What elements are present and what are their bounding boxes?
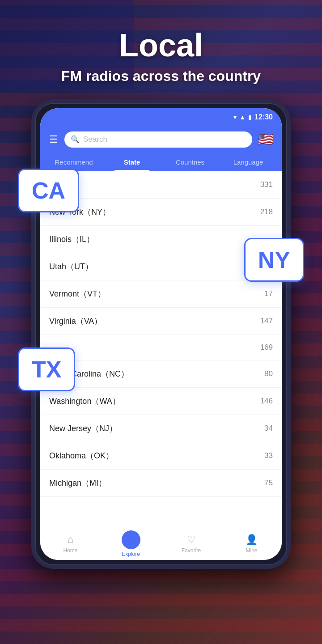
list-item[interactable]: Virginia（VA） 147 [40, 308, 282, 335]
status-time: 12:30 [254, 113, 273, 121]
state-count: 80 [264, 369, 273, 378]
state-count: 75 [264, 479, 273, 487]
state-count: 34 [264, 424, 273, 433]
state-name: New Jersey（NJ） [49, 423, 117, 434]
nav-favorite[interactable]: ♡ Favorite [161, 528, 221, 560]
tab-state[interactable]: State [103, 153, 161, 171]
badge-tx: TX [18, 347, 75, 391]
state-count: 17 [264, 289, 273, 298]
nav-home-label: Home [63, 547, 77, 554]
tabs-bar: Recommend State Countries Language [40, 153, 282, 171]
profile-icon: 👤 [246, 534, 258, 546]
hero-title: Local [0, 27, 322, 64]
state-count: 218 [260, 208, 273, 216]
tab-countries[interactable]: Countries [161, 153, 219, 171]
list-item[interactable]: North Carolina（NC） 80 [40, 360, 282, 388]
nav-explore[interactable]: ✦ Explore [101, 528, 161, 560]
hero-section: Local FM radios across the country [0, 0, 322, 86]
wifi-icon: ▾ [233, 114, 237, 121]
state-name: Washington（WA） [49, 396, 120, 407]
explore-circle: ✦ [122, 530, 140, 549]
list-item[interactable]: 169 [40, 335, 282, 360]
nav-mine[interactable]: 👤 Mine [221, 528, 282, 560]
state-name: Illinois（IL） [49, 234, 94, 245]
menu-button[interactable]: ☰ [47, 132, 60, 147]
list-item[interactable]: Washington（WA） 146 [40, 388, 282, 415]
state-name: Vermont（VT） [49, 288, 106, 299]
status-icons: ▾ ▲ ▮ 12:30 [233, 113, 273, 121]
nav-favorite-label: Favorite [182, 547, 201, 554]
list-item[interactable]: Michigan（MI） 75 [40, 470, 282, 497]
nav-mine-label: Mine [246, 547, 257, 554]
signal-icon: ▲ [239, 114, 246, 121]
search-icon: 🔍 [71, 135, 80, 144]
nav-explore-label: Explore [122, 551, 140, 557]
state-name: Utah（UT） [49, 261, 93, 272]
country-flag-button[interactable]: 🇺🇸 [257, 131, 275, 148]
state-list: （CA） 331 New York（NY） 218 Illinois（IL） U… [40, 171, 282, 528]
state-count: 147 [260, 317, 273, 326]
search-bar[interactable]: 🔍 Search [64, 131, 252, 148]
list-item[interactable]: New Jersey（NJ） 34 [40, 415, 282, 442]
app-header: ☰ 🔍 Search 🇺🇸 [40, 126, 282, 153]
state-count: 33 [264, 451, 273, 460]
state-name: Michigan（MI） [49, 478, 106, 488]
badge-ny: NY [244, 238, 304, 282]
list-item[interactable]: Vermont（VT） 17 [40, 280, 282, 308]
search-placeholder: Search [83, 135, 246, 144]
badge-ca: CA [18, 169, 79, 212]
nav-home[interactable]: ⌂ Home [40, 528, 101, 560]
list-item[interactable]: Oklahoma（OK） 33 [40, 442, 282, 470]
status-bar: ▾ ▲ ▮ 12:30 [40, 108, 282, 126]
state-name: Oklahoma（OK） [49, 450, 114, 461]
state-count: 331 [260, 180, 273, 189]
state-count: 169 [260, 343, 273, 352]
tab-language[interactable]: Language [219, 153, 277, 171]
battery-icon: ▮ [248, 114, 252, 121]
state-name: Virginia（VA） [49, 316, 102, 326]
phone-mockup: CA NY TX ▾ ▲ ▮ 12:30 ☰ [31, 99, 291, 569]
hero-subtitle: FM radios across the country [0, 67, 322, 86]
bottom-nav: ⌂ Home ✦ Explore ♡ Favorite 👤 [40, 528, 282, 560]
favorite-icon: ♡ [187, 534, 196, 546]
home-icon: ⌂ [68, 534, 73, 546]
explore-icon: ✦ [127, 534, 135, 545]
state-count: 146 [260, 397, 273, 406]
